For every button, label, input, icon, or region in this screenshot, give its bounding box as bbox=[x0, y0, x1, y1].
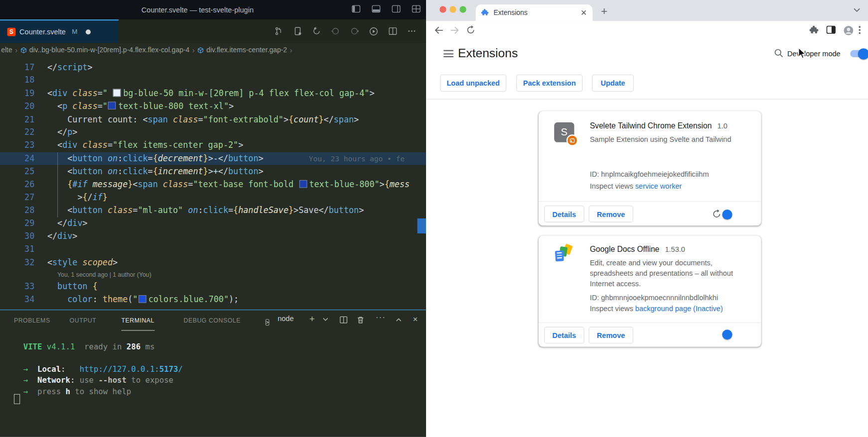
code-line-24[interactable]: 24 <button on:click={decrement}>-</butto… bbox=[0, 152, 426, 165]
line-number[interactable]: 26 bbox=[0, 178, 34, 191]
run-icon[interactable] bbox=[369, 26, 378, 36]
codelens-blame[interactable]: You, 1 second ago | 1 author (You) bbox=[0, 269, 426, 280]
code-line-32[interactable]: 32<style scoped> bbox=[0, 256, 426, 269]
code-line-26[interactable]: 26 {#if message}<span class="text-base f… bbox=[0, 178, 426, 191]
compare-changes-icon[interactable] bbox=[275, 27, 284, 36]
line-number[interactable]: 20 bbox=[0, 100, 34, 113]
toggle-panel-icon[interactable] bbox=[372, 5, 381, 13]
remove-button[interactable]: Remove bbox=[588, 327, 633, 344]
split-editor-icon[interactable] bbox=[388, 27, 397, 36]
terminal-shell-icon: > bbox=[266, 316, 270, 326]
code-line-20[interactable]: 20 <p class="text-blue-800 text-xl"> bbox=[0, 100, 426, 113]
code-line-30[interactable]: 30</div> bbox=[0, 230, 426, 243]
code-line-28[interactable]: 28 <button class="ml-auto" on:click={han… bbox=[0, 204, 426, 217]
macos-minimize-button[interactable] bbox=[449, 6, 456, 12]
back-icon[interactable] bbox=[434, 25, 443, 35]
macos-zoom-button[interactable] bbox=[459, 6, 466, 12]
code-line-33[interactable]: 33 button { bbox=[0, 280, 426, 293]
tab-search-chevron-icon[interactable] bbox=[854, 8, 860, 12]
pack-extension-button[interactable]: Pack extension bbox=[516, 75, 582, 92]
kill-terminal-trash-icon[interactable] bbox=[357, 316, 365, 324]
code-line-21[interactable]: 21 Current count: <span class="font-extr… bbox=[0, 113, 426, 126]
tab-close-icon[interactable]: ✕ bbox=[580, 9, 587, 17]
line-number[interactable]: 34 bbox=[0, 293, 34, 306]
chrome-window: Extensions ✕ + Chrome chrome://extension… bbox=[426, 0, 868, 437]
maximize-panel-icon[interactable] bbox=[396, 318, 402, 322]
nav-circle-right-icon[interactable] bbox=[350, 27, 359, 36]
breadcrumb-item-file[interactable]: elte bbox=[1, 46, 12, 54]
load-unpacked-button[interactable]: Load unpacked bbox=[440, 75, 506, 92]
details-button[interactable]: Details bbox=[544, 327, 584, 344]
more-actions-icon[interactable] bbox=[407, 27, 416, 36]
navigate-back-icon[interactable] bbox=[312, 27, 321, 36]
new-terminal-icon[interactable]: + bbox=[309, 314, 315, 325]
macos-close-button[interactable] bbox=[439, 6, 446, 12]
line-number[interactable]: 32 bbox=[0, 256, 34, 269]
terminal-line: VITE v4.1.1 ready in 286 ms bbox=[14, 341, 426, 352]
line-number[interactable]: 22 bbox=[0, 126, 34, 139]
nav-circle-left-icon[interactable] bbox=[331, 27, 340, 36]
forward-icon[interactable] bbox=[450, 25, 459, 35]
terminal-shell-label[interactable]: node bbox=[278, 315, 293, 323]
breadcrumb-item-div2[interactable]: div.flex.items-center.gap-2 bbox=[206, 46, 287, 54]
panel-more-icon[interactable]: ··· bbox=[376, 313, 386, 322]
line-number[interactable]: 19 bbox=[0, 87, 34, 100]
open-changes-icon[interactable] bbox=[293, 27, 302, 36]
line-number[interactable]: 21 bbox=[0, 113, 34, 126]
tab-title: Extensions bbox=[493, 9, 576, 17]
reload-extension-icon[interactable] bbox=[712, 210, 721, 218]
developer-mode-toggle[interactable] bbox=[850, 50, 868, 58]
code-line-17[interactable]: 17</script> bbox=[0, 61, 426, 74]
terminal-dropdown-icon[interactable] bbox=[323, 318, 328, 322]
browser-tab-extensions[interactable]: Extensions ✕ bbox=[476, 4, 593, 21]
split-terminal-icon[interactable] bbox=[339, 316, 348, 324]
breadcrumb-item-div1[interactable]: div..bg-blue-50.min-w-[20rem].p-4.flex.f… bbox=[29, 46, 190, 54]
editor-tab-counter-svelte[interactable]: S Counter.svelte M bbox=[0, 19, 119, 43]
service-worker-link[interactable]: service worker bbox=[635, 182, 682, 190]
breadcrumb: elte › div..bg-blue-50.min-w-[20rem].p-4… bbox=[0, 43, 426, 57]
side-panel-icon[interactable] bbox=[826, 25, 836, 34]
toggle-sidebar-icon[interactable] bbox=[352, 5, 361, 13]
close-panel-icon[interactable]: × bbox=[413, 314, 418, 324]
line-number[interactable]: 23 bbox=[0, 139, 34, 152]
screen: Counter.svelte — test-svelte-plugin S Co… bbox=[0, 0, 868, 437]
line-number[interactable]: 31 bbox=[0, 243, 34, 256]
line-number[interactable]: 24 bbox=[0, 152, 34, 165]
profile-avatar-icon[interactable] bbox=[844, 25, 854, 35]
update-button[interactable]: Update bbox=[592, 75, 634, 92]
line-number[interactable]: 25 bbox=[0, 165, 34, 178]
line-number[interactable]: 28 bbox=[0, 204, 34, 217]
extension-id: ID: hnplmcaikgfoehmeiejokedfificiihm bbox=[590, 170, 709, 179]
main-menu-hamburger-icon[interactable] bbox=[443, 50, 453, 58]
code-line-34[interactable]: 34 color: theme("colors.blue.700"); bbox=[0, 293, 426, 306]
remove-button[interactable]: Remove bbox=[588, 206, 633, 222]
background-page-link[interactable]: background page (Inactive) bbox=[635, 305, 723, 313]
extensions-puzzle-icon[interactable] bbox=[810, 25, 819, 35]
search-icon[interactable] bbox=[774, 48, 783, 58]
customize-layout-icon[interactable] bbox=[412, 5, 421, 13]
line-number[interactable]: 33 bbox=[0, 280, 34, 293]
new-tab-button[interactable]: + bbox=[601, 5, 607, 16]
line-number[interactable]: 18 bbox=[0, 74, 34, 87]
code-line-29[interactable]: 29 </div> bbox=[0, 217, 426, 230]
code-editor[interactable]: 17</script>1819<div class=" bg-blue-50 m… bbox=[0, 57, 426, 314]
line-number[interactable]: 29 bbox=[0, 217, 34, 230]
code-line-31[interactable]: 31 bbox=[0, 243, 426, 256]
line-number[interactable]: 17 bbox=[0, 61, 34, 74]
details-button[interactable]: Details bbox=[544, 206, 584, 222]
code-line-23[interactable]: 23 <div class="flex items-center gap-2"> bbox=[0, 139, 426, 152]
menu-dots-icon[interactable] bbox=[859, 25, 861, 34]
line-number[interactable]: 27 bbox=[0, 191, 34, 204]
scrollbar-decoration[interactable] bbox=[418, 218, 427, 233]
developer-mode-label: Developer mode bbox=[787, 49, 841, 58]
terminal-output[interactable]: VITE v4.1.1 ready in 286 ms → Local: htt… bbox=[0, 330, 426, 437]
code-line-27[interactable]: 27 >{/if} bbox=[0, 191, 426, 204]
code-line-25[interactable]: 25 <button on:click={increment}>+</butto… bbox=[0, 165, 426, 178]
code-line-18[interactable]: 18 bbox=[0, 74, 426, 87]
reload-icon[interactable] bbox=[466, 25, 475, 34]
toggle-secondary-sidebar-icon[interactable] bbox=[392, 5, 401, 13]
line-number[interactable]: 30 bbox=[0, 230, 34, 243]
active-indent-guide bbox=[57, 191, 58, 204]
code-line-19[interactable]: 19<div class=" bg-blue-50 min-w-[20rem] … bbox=[0, 87, 426, 100]
code-line-22[interactable]: 22 </p> bbox=[0, 126, 426, 139]
